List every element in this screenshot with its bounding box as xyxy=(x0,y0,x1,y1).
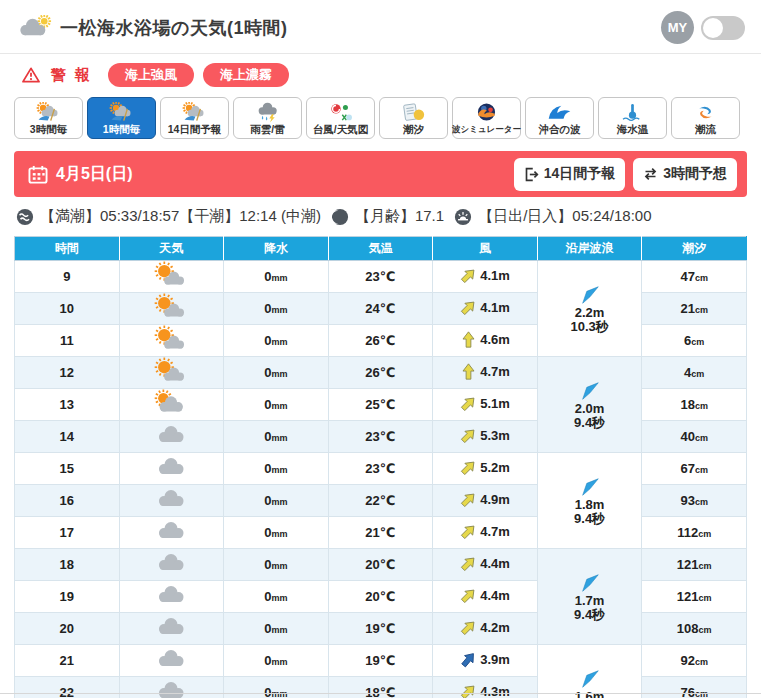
tab-1hour[interactable]: 1時間毎 xyxy=(87,97,156,139)
time-cell: 13 xyxy=(15,389,120,421)
weather-cell xyxy=(119,261,224,293)
tab-rain-lightning[interactable]: 雨雲/雷 xyxy=(233,97,302,139)
tab-wave-simulator[interactable]: 波シミュレーター xyxy=(452,97,521,139)
sun-cloud-icon xyxy=(150,293,192,321)
wind-direction-icon xyxy=(460,459,477,476)
wave-period: 9.4秒 xyxy=(574,512,605,526)
weather-cell xyxy=(119,485,224,517)
temp-cell: 18℃ xyxy=(328,677,433,698)
time-cell: 9 xyxy=(15,261,120,293)
table-row: 18 0mm20℃ 4.4m 1.7m 9.4秒 121cm xyxy=(15,549,747,581)
tide-cell: 6cm xyxy=(642,325,747,357)
date-bar-buttons: 14日間予報 3時間予想 xyxy=(514,158,737,191)
button-14day-forecast[interactable]: 14日間予報 xyxy=(514,158,626,191)
time-cell: 12 xyxy=(15,357,120,389)
weather-cell xyxy=(119,613,224,645)
cloud-icon xyxy=(150,421,192,449)
tab-offshore-wave[interactable]: 沖合の波 xyxy=(525,97,594,139)
my-toggle-knob xyxy=(703,18,723,38)
tab-label: 潮流 xyxy=(695,123,716,135)
wind-speed: 5.3m xyxy=(480,428,510,443)
wind-cell: 5.3m xyxy=(433,421,538,453)
warning-pill-2[interactable]: 海上濃霧 xyxy=(203,63,289,87)
table-row: 15 0mm23℃ 5.2m 1.8m 9.4秒 67cm xyxy=(15,453,747,485)
table-row: 21 0mm19℃ 3.9m 1.6m 9.4秒 92cm xyxy=(15,645,747,677)
temp-cell: 22℃ xyxy=(328,485,433,517)
wind-speed: 4.4m xyxy=(480,556,510,571)
wind-cell: 5.1m xyxy=(433,389,538,421)
sun-cloud-icon xyxy=(150,325,192,353)
temp-cell: 20℃ xyxy=(328,549,433,581)
sunrise-sunset-icon xyxy=(454,208,472,226)
wind-direction-icon xyxy=(460,427,477,444)
cloud-icon xyxy=(150,485,192,513)
wave-cell: 2.2m 10.3秒 xyxy=(537,261,642,357)
time-cell: 17 xyxy=(15,517,120,549)
wind-direction-icon xyxy=(460,651,477,668)
time-cell: 18 xyxy=(15,549,120,581)
current-icon xyxy=(692,101,719,123)
temp-cell: 26℃ xyxy=(328,357,433,389)
tab-label: 潮汐 xyxy=(403,123,424,135)
tab-current[interactable]: 潮流 xyxy=(671,97,740,139)
wind-speed: 4.7m xyxy=(480,364,510,379)
precip-cell: 0mm xyxy=(224,421,329,453)
tab-label: 14日間予報 xyxy=(168,123,222,135)
wind-direction-icon xyxy=(460,619,477,636)
tab-14day[interactable]: 14日間予報 xyxy=(160,97,229,139)
time-cell: 14 xyxy=(15,421,120,453)
wind-cell: 4.3m xyxy=(433,677,538,698)
wave-height: 2.0m xyxy=(575,402,605,416)
tide-cell: 112cm xyxy=(642,517,747,549)
precip-cell: 0mm xyxy=(224,261,329,293)
wind-speed: 4.4m xyxy=(480,588,510,603)
time-cell: 22 xyxy=(15,677,120,698)
tab-tide[interactable]: 潮汐 xyxy=(379,97,448,139)
tab-label: 雨雲/雷 xyxy=(250,123,284,135)
wave-period: 9.4秒 xyxy=(574,608,605,622)
button-3hour-forecast[interactable]: 3時間予想 xyxy=(633,158,737,191)
warning-triangle-icon xyxy=(22,67,40,83)
weather-cell xyxy=(119,293,224,325)
tide-icon xyxy=(16,208,34,226)
my-toggle[interactable] xyxy=(701,16,745,40)
precip-cell: 0mm xyxy=(224,453,329,485)
wind-direction-icon xyxy=(460,491,477,508)
typhoon-map-icon xyxy=(327,101,354,123)
wave-cell: 1.6m 9.4秒 xyxy=(537,645,642,698)
tab-label: 1時間毎 xyxy=(103,123,140,135)
my-badge[interactable]: MY xyxy=(661,11,694,44)
tide-times-text: 【満潮】05:33/18:57【干潮】12:14 (中潮) xyxy=(40,207,321,226)
date-label: 4月5日(日) xyxy=(56,164,132,185)
wind-cell: 4.9m xyxy=(433,485,538,517)
tab-3hour[interactable]: 3時間毎 xyxy=(14,97,83,139)
tab-label: 3時間毎 xyxy=(30,123,67,135)
wave-height: 1.7m xyxy=(575,594,605,608)
temp-cell: 21℃ xyxy=(328,517,433,549)
wave-height: 1.8m xyxy=(575,498,605,512)
moon-icon xyxy=(331,208,349,226)
weather-cell xyxy=(119,549,224,581)
cloud-icon xyxy=(150,613,192,641)
sunrise-sunset-text: 【日出/日入】05:24/18:00 xyxy=(478,207,651,226)
wind-cell: 4.2m xyxy=(433,613,538,645)
weather-table: 時間天気降水気温風沿岸波浪潮汐 9 0mm23℃ 4.1m 2.2m 10.3秒… xyxy=(14,236,747,698)
time-cell: 19 xyxy=(15,581,120,613)
partly-cloudy-icon xyxy=(18,15,53,40)
offshore-wave-icon xyxy=(546,101,573,123)
wind-speed: 5.2m xyxy=(480,460,510,475)
astro-info: 【満潮】05:33/18:57【干潮】12:14 (中潮) 【月齢】17.1 【… xyxy=(0,197,761,234)
tide-cell: 47cm xyxy=(642,261,747,293)
wave-direction-icon xyxy=(579,284,601,306)
warning-pill-1[interactable]: 海上強風 xyxy=(108,63,194,87)
wind-direction-icon xyxy=(460,683,477,698)
wind-cell: 4.4m xyxy=(433,549,538,581)
tab-typhoon-map[interactable]: 台風/天気図 xyxy=(306,97,375,139)
precip-cell: 0mm xyxy=(224,485,329,517)
column-header-6: 沿岸波浪 xyxy=(537,237,642,261)
tab-sea-temp[interactable]: 海水温 xyxy=(598,97,667,139)
warning-label: 警報 xyxy=(51,66,99,85)
column-header-3: 降水 xyxy=(224,237,329,261)
sun-cloud-umbrella-icon xyxy=(35,101,62,123)
tide-table-icon xyxy=(400,101,427,123)
